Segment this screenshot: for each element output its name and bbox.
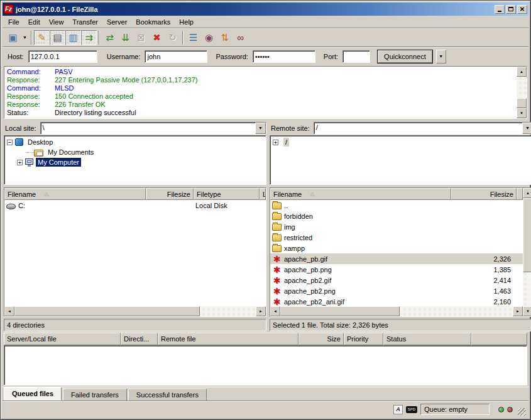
queue-column-header-directi[interactable]: Directi... — [121, 333, 158, 345]
local-column-header-filename[interactable]: Filename△ — [4, 188, 146, 200]
file-name-cell: ✱apache_pb.png — [270, 264, 451, 275]
username-input[interactable] — [145, 50, 207, 63]
remote-file-row-apache-pb2-png[interactable]: ✱apache_pb2.png1,463 — [270, 285, 523, 296]
quickconnect-button[interactable]: Quickconnect — [377, 50, 433, 64]
local-column-header-l[interactable]: L — [260, 188, 266, 200]
site-manager-button[interactable]: ▣ — [5, 30, 21, 45]
filter-button[interactable]: ☰ — [185, 30, 201, 45]
remote-file-row-forbidden[interactable]: forbidden — [270, 211, 523, 221]
queue-column-header-remote-file[interactable]: Remote file — [158, 333, 298, 345]
process-queue-button[interactable]: ⇊ — [118, 30, 133, 45]
local-tree-item-my-documents[interactable]: My Documents — [4, 147, 266, 157]
file-size-cell — [146, 200, 194, 211]
expand-icon[interactable]: + — [273, 140, 278, 145]
site-manager-dropdown-button[interactable]: ▼ — [21, 30, 29, 45]
menu-item-server[interactable]: Server — [102, 17, 131, 27]
file-name-cell: ✱apache_pb.gif — [270, 253, 451, 264]
local-column-header-filetype[interactable]: Filetype — [194, 188, 260, 200]
remote-column-header-blank[interactable] — [517, 188, 523, 200]
maximize-button[interactable] — [506, 5, 516, 14]
scroll-up-icon[interactable]: ▲ — [517, 67, 527, 77]
status-bar: A SPD Queue: empty — [3, 401, 528, 417]
remote-column-header-filename[interactable]: Filename△ — [270, 188, 451, 200]
toggle-queue-button[interactable]: ⇉ — [81, 30, 97, 45]
scrollbar-thumb[interactable] — [14, 306, 200, 316]
column-header-label: Filetype — [197, 191, 221, 198]
reconnect-icon: ↻ — [168, 33, 177, 42]
tab-failed-transfers[interactable]: Failed transfers — [63, 389, 127, 401]
log-line-type: Command: — [7, 84, 55, 92]
scroll-down-icon[interactable]: ▼ — [523, 306, 531, 316]
scroll-down-icon[interactable]: ▼ — [517, 108, 527, 118]
queue-column-header-server-local-file[interactable]: Server/Local file — [4, 333, 121, 345]
menu-item-edit[interactable]: Edit — [24, 17, 45, 27]
remote-site-dropdown-button[interactable]: ▼ — [522, 123, 531, 134]
remote-file-row-restricted[interactable]: restricted — [270, 232, 523, 243]
port-input[interactable] — [342, 50, 370, 63]
scroll-left-icon[interactable]: ◄ — [4, 306, 14, 316]
directory-comparison-button[interactable]: ◉ — [201, 30, 217, 45]
transfer-type-icon[interactable]: A — [393, 405, 403, 414]
remote-file-row-apache-pb2-gif[interactable]: ✱apache_pb2.gif2,414 — [270, 275, 523, 285]
resize-grip[interactable] — [518, 408, 526, 416]
close-button[interactable]: ✕ — [517, 5, 527, 14]
local-column-header-filesize[interactable]: Filesize — [146, 188, 194, 200]
remote-file-row-apache-pb-gif[interactable]: ✱apache_pb.gif2,326 — [270, 253, 523, 264]
menu-item-view[interactable]: View — [45, 17, 68, 27]
remote-tree-item-[interactable]: +/ — [270, 137, 531, 147]
menu-item-file[interactable]: File — [4, 17, 24, 27]
scrollbar-thumb[interactable] — [280, 306, 400, 316]
remote-file-row-[interactable]: .. — [270, 200, 523, 211]
local-site-combobox[interactable]: \ ▼ — [40, 122, 266, 135]
scroll-up-icon[interactable]: ▲ — [523, 188, 531, 198]
scrollbar-thumb[interactable] — [523, 198, 531, 272]
find-files-button[interactable]: ∞ — [233, 30, 248, 45]
scroll-right-icon[interactable]: ► — [513, 306, 523, 316]
local-file-row-c[interactable]: C:Local Disk — [4, 200, 266, 211]
cancel-button[interactable]: ⊠ — [133, 30, 149, 45]
refresh-button[interactable]: ⇄ — [102, 30, 118, 45]
speed-limit-icon[interactable]: SPD — [406, 406, 417, 413]
toggle-local-tree-button[interactable]: ▤ — [50, 30, 65, 45]
quickconnect-dropdown-button[interactable]: ▼ — [436, 50, 446, 64]
menu-item-help[interactable]: Help — [175, 17, 198, 27]
local-tree-item-my-computer[interactable]: +My Computer — [4, 157, 266, 167]
tab-successful-transfers[interactable]: Successful transfers — [128, 389, 207, 401]
scroll-left-icon[interactable]: ◄ — [270, 306, 280, 316]
process-queue-icon: ⇊ — [121, 33, 129, 42]
menu-item-bookmarks[interactable]: Bookmarks — [131, 17, 175, 27]
local-site-dropdown-button[interactable]: ▼ — [255, 123, 266, 134]
remote-file-row-apache-pb2-ani-gif[interactable]: ✱apache_pb2_ani.gif2,160 — [270, 296, 523, 306]
scroll-right-icon[interactable]: ► — [256, 306, 266, 316]
expand-icon[interactable]: + — [17, 160, 23, 165]
queue-column-header-status[interactable]: Status — [383, 333, 471, 345]
minimize-button[interactable] — [495, 5, 505, 14]
local-horizontal-scrollbar[interactable]: ◄ ► — [4, 306, 266, 316]
scrollbar-thumb[interactable] — [517, 98, 527, 108]
remote-site-combobox[interactable]: / ▼ — [314, 122, 531, 135]
toggle-remote-tree-button[interactable]: ▥ — [65, 30, 81, 45]
queue-column-header-blank[interactable] — [471, 333, 527, 345]
file-name: xampp — [284, 245, 305, 252]
remote-file-row-xampp[interactable]: xampp — [270, 243, 523, 253]
synchronized-browsing-button[interactable]: ⇅ — [217, 30, 233, 45]
message-log-scrollbar[interactable]: ▲ ▼ — [517, 67, 527, 118]
file-name: .. — [284, 202, 288, 209]
remote-column-header-filesize[interactable]: Filesize — [451, 188, 517, 200]
queue-column-header-size[interactable]: Size — [298, 333, 344, 345]
remote-horizontal-scrollbar[interactable]: ◄ ► — [270, 306, 523, 316]
message-log-lines: Command:PASVResponse:227 Entering Passiv… — [4, 67, 517, 118]
collapse-icon[interactable]: − — [7, 140, 13, 145]
host-input[interactable] — [28, 50, 97, 63]
remote-file-row-img[interactable]: img — [270, 221, 523, 232]
menu-item-transfer[interactable]: Transfer — [68, 17, 102, 27]
password-input[interactable] — [253, 50, 315, 63]
queue-column-header-priority[interactable]: Priority — [344, 333, 383, 345]
remote-file-row-apache-pb-png[interactable]: ✱apache_pb.png1,385 — [270, 264, 523, 275]
local-tree-item-desktop[interactable]: −Desktop — [4, 137, 266, 147]
disconnect-button[interactable]: ✖ — [149, 30, 165, 45]
reconnect-button[interactable]: ↻ — [165, 30, 180, 45]
remote-vertical-scrollbar[interactable]: ▲ ▼ — [523, 188, 531, 316]
toggle-message-log-button[interactable]: ✎ — [34, 30, 50, 45]
tab-queued-files[interactable]: Queued files — [4, 387, 62, 401]
